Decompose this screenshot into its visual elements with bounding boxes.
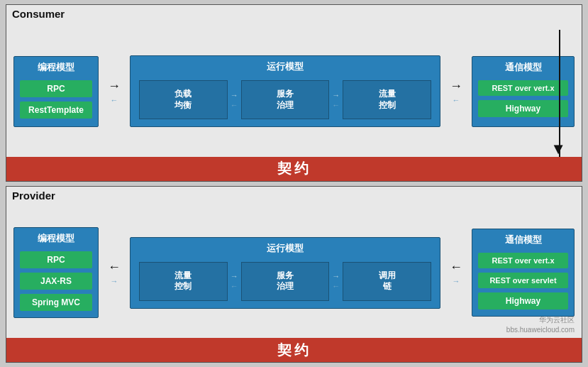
provider-prog-model: 编程模型 RPC JAX-RS Spring MVC (13, 227, 99, 318)
provider-section: Provider 编程模型 RPC JAX-RS Spring MVC ← → … (6, 186, 582, 363)
provider-comm-model: 通信模型 REST over vert.x REST over servlet … (472, 229, 575, 317)
consumer-contract-text: 契约 (277, 159, 311, 178)
consumer-runtime-inner: 负载 均衡 → ← 服务 治理 → ← 流量 控制 (136, 77, 434, 122)
provider-runtime-model: 运行模型 流量 控制 → ← 服务 治理 → ← 调用 链 (130, 237, 440, 309)
consumer-runtime-cell-0: 负载 均衡 (139, 80, 228, 119)
consumer-arrow-1: → ← (106, 79, 123, 104)
consumer-prog-model-title: 编程模型 (20, 61, 92, 74)
consumer-arrow-2: → ← (448, 79, 465, 104)
provider-comm-model-title: 通信模型 (478, 234, 568, 246)
consumer-prog-model: 编程模型 RPC RestTemplate (13, 56, 99, 127)
provider-runtime-cell-0: 流量 控制 (139, 262, 228, 301)
consumer-section: Consumer 编程模型 RPC RestTemplate → ← 运行模型 … (6, 4, 582, 182)
provider-rest-servlet-btn[interactable]: REST over servlet (478, 273, 568, 288)
provider-runtime-model-title: 运行模型 (136, 242, 434, 255)
provider-contract-text: 契约 (277, 341, 311, 360)
provider-runtime-inner: 流量 控制 → ← 服务 治理 → ← 调用 链 (136, 259, 434, 304)
watermark: 华为云社区 bbs.huaweicloud.com (506, 315, 575, 335)
consumer-runtime-cell-1: 服务 治理 (241, 80, 330, 119)
watermark-line1: 华为云社区 (506, 315, 575, 325)
provider-arrow-2: ← → (448, 260, 465, 285)
consumer-contract-bar: 契约 (6, 157, 582, 181)
provider-springmvc-btn[interactable]: Spring MVC (20, 294, 92, 311)
provider-jaxrs-btn[interactable]: JAX-RS (20, 273, 92, 290)
provider-runtime-cell-1: 服务 治理 (241, 262, 330, 301)
consumer-content: 编程模型 RPC RestTemplate → ← 运行模型 负载 均衡 → ← (6, 5, 582, 157)
vertical-line (559, 30, 560, 157)
watermark-line2: bbs.huaweicloud.com (506, 325, 575, 335)
consumer-runtime-model-title: 运行模型 (136, 60, 434, 73)
provider-contract-bar: 契约 (6, 338, 582, 362)
consumer-runtime-model: 运行模型 负载 均衡 → ← 服务 治理 → ← 流量 控制 (130, 55, 440, 127)
provider-content: 编程模型 RPC JAX-RS Spring MVC ← → 运行模型 流量 控… (6, 187, 582, 339)
consumer-resttemplate-btn[interactable]: RestTemplate (20, 102, 92, 119)
consumer-rpc-btn[interactable]: RPC (20, 80, 92, 97)
provider-runtime-cell-2: 调用 链 (343, 262, 431, 301)
provider-arrow-1: ← → (106, 260, 123, 285)
consumer-runtime-cell-2: 流量 控制 (343, 80, 431, 119)
provider-prog-model-title: 编程模型 (20, 232, 92, 245)
provider-rest-vert-btn[interactable]: REST over vert.x (478, 253, 568, 268)
provider-rpc-btn[interactable]: RPC (20, 251, 92, 268)
provider-highway-btn[interactable]: Highway (478, 292, 568, 310)
